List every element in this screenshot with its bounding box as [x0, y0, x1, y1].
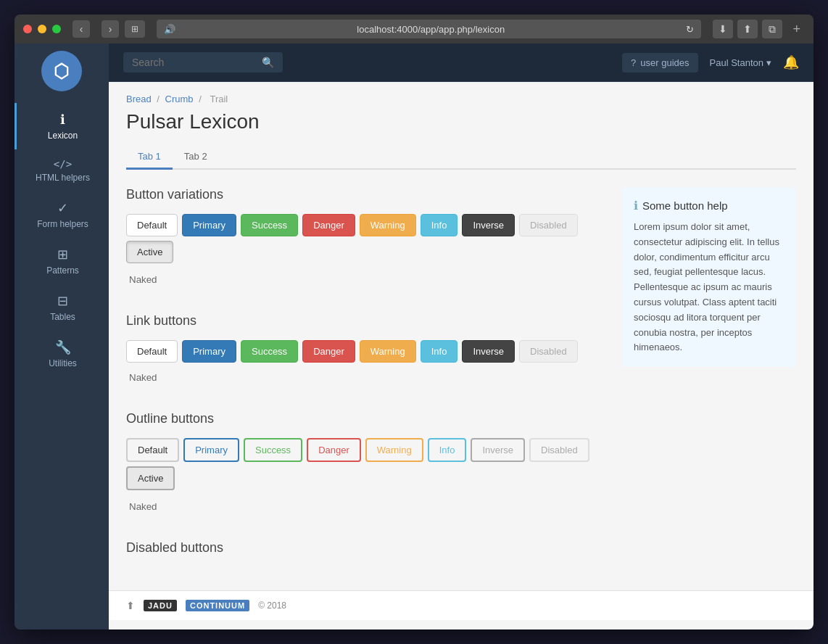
footer-logo-continuum: CONTINUUM — [186, 600, 249, 611]
outline-btn-inverse[interactable]: Inverse — [471, 438, 525, 462]
btn-danger[interactable]: Danger — [302, 214, 355, 236]
outline-btn-warning[interactable]: Warning — [365, 438, 423, 462]
user-name[interactable]: Paul Stanton ▾ — [710, 57, 771, 68]
footer-copyright: © 2018 — [258, 600, 286, 611]
button-variations-group: Default Primary Success Danger Warning I… — [126, 214, 605, 263]
refresh-icon[interactable]: ↻ — [686, 24, 694, 35]
sidebar-item-patterns[interactable]: ⊞ Patterns — [15, 238, 109, 284]
app-body: ℹ Lexicon </> HTML helpers ✓ Form helper… — [15, 44, 813, 629]
btn-warning[interactable]: Warning — [360, 214, 416, 236]
sidebar-item-tables[interactable]: ⊟ Tables — [15, 284, 109, 331]
link-buttons-group: Default Primary Success Danger Warning I… — [126, 340, 605, 388]
sidebar: ℹ Lexicon </> HTML helpers ✓ Form helper… — [15, 44, 109, 629]
top-bar: 🔍 ? user guides Paul Stanton ▾ 🔔 — [109, 44, 813, 82]
sidebar-item-label: HTML helpers — [36, 173, 90, 183]
scroll-up-icon[interactable]: ⬆ — [126, 600, 135, 611]
btn-naked[interactable]: Naked — [126, 269, 160, 290]
outline-buttons-section: Outline buttons Default Primary Success … — [126, 411, 605, 517]
user-guides-label: user guides — [640, 57, 689, 68]
forward-button[interactable]: › — [102, 20, 119, 38]
sidebar-item-label: Lexicon — [48, 131, 78, 141]
share-icon[interactable]: ⬆ — [737, 20, 758, 38]
sidebar-item-label: Tables — [50, 312, 75, 322]
toolbar-icons: ⬇ ⬆ ⧉ — [713, 20, 782, 38]
address-bar[interactable]: 🔊 localhost:4000/app/app.php/lexicon ↻ — [157, 20, 701, 38]
outline-btn-primary[interactable]: Primary — [183, 438, 239, 462]
chevron-down-icon: ▾ — [766, 57, 771, 68]
tab-2[interactable]: Tab 2 — [173, 145, 219, 170]
help-info-icon: ℹ — [634, 199, 638, 212]
breadcrumb-crumb[interactable]: Crumb — [165, 94, 194, 104]
info-circle-icon: ℹ — [60, 112, 65, 128]
help-title: ℹ Some button help — [634, 199, 784, 212]
btn-inverse[interactable]: Inverse — [462, 214, 515, 236]
app-logo — [41, 51, 82, 91]
link-btn-danger[interactable]: Danger — [302, 340, 355, 363]
sidebar-item-label: Patterns — [46, 265, 79, 276]
btn-info[interactable]: Info — [421, 214, 458, 236]
minimize-window-button[interactable] — [38, 25, 46, 33]
link-buttons-title: Link buttons — [126, 313, 605, 329]
outline-btn-naked[interactable]: Naked — [126, 496, 160, 517]
search-input[interactable] — [132, 57, 256, 68]
page-footer: ⬆ JADU CONTINUUM © 2018 — [109, 590, 813, 620]
sidebar-item-utilities[interactable]: 🔧 Utilities — [15, 331, 109, 377]
code-icon: </> — [54, 158, 72, 170]
btn-success[interactable]: Success — [241, 214, 298, 236]
wrench-icon: 🔧 — [55, 339, 71, 355]
outline-btn-default[interactable]: Default — [126, 438, 179, 462]
link-btn-warning[interactable]: Warning — [360, 340, 416, 363]
sidebar-item-lexicon[interactable]: ℹ Lexicon — [15, 103, 109, 149]
btn-default[interactable]: Default — [126, 214, 178, 236]
search-box[interactable]: 🔍 — [123, 52, 283, 73]
link-btn-default[interactable]: Default — [126, 340, 178, 363]
logo-icon — [51, 61, 72, 81]
user-guides-button[interactable]: ? user guides — [622, 53, 697, 73]
tab-1[interactable]: Tab 1 — [126, 145, 173, 170]
main-sections: Button variations Default Primary Succes… — [126, 187, 605, 579]
breadcrumb-trail: Trail — [210, 94, 228, 104]
outline-btn-info[interactable]: Info — [428, 438, 467, 462]
content-with-aside: Button variations Default Primary Succes… — [126, 187, 796, 579]
link-btn-primary[interactable]: Primary — [182, 340, 236, 363]
link-buttons-section: Link buttons Default Primary Success Dan… — [126, 313, 605, 388]
disabled-buttons-section: Disabled buttons — [126, 540, 605, 556]
btn-disabled: Disabled — [519, 214, 578, 236]
link-btn-naked[interactable]: Naked — [126, 367, 160, 388]
btn-primary[interactable]: Primary — [182, 214, 236, 236]
sidebar-item-label: Utilities — [49, 358, 77, 368]
main-content: 🔍 ? user guides Paul Stanton ▾ 🔔 — [109, 44, 813, 629]
add-tab-button[interactable]: + — [788, 22, 805, 37]
grid-icon: ⊞ — [57, 247, 68, 263]
checkmark-icon: ✓ — [57, 200, 68, 216]
page-title: Pulsar Lexicon — [126, 110, 796, 133]
breadcrumb-bread[interactable]: Bread — [126, 94, 152, 104]
new-tab-icon[interactable]: ⧉ — [762, 20, 782, 38]
sidebar-item-form-helpers[interactable]: ✓ Form helpers — [15, 191, 109, 238]
sidebar-item-label: Form helpers — [37, 219, 88, 229]
notification-bell-icon[interactable]: 🔔 — [783, 54, 799, 70]
link-btn-inverse[interactable]: Inverse — [462, 340, 515, 363]
tab-bar: Tab 1 Tab 2 — [126, 145, 796, 170]
audio-icon: 🔊 — [164, 24, 175, 35]
outline-btn-active[interactable]: Active — [126, 466, 175, 490]
outline-buttons-title: Outline buttons — [126, 411, 605, 426]
sidebar-item-html-helpers[interactable]: </> HTML helpers — [15, 149, 109, 191]
button-variations-title: Button variations — [126, 187, 605, 202]
disabled-buttons-title: Disabled buttons — [126, 540, 605, 556]
question-icon: ? — [631, 57, 636, 68]
outline-buttons-group: Default Primary Success Danger Warning I… — [126, 438, 605, 490]
link-btn-info[interactable]: Info — [421, 340, 458, 363]
layout-toggle-button[interactable]: ⊞ — [125, 20, 145, 38]
btn-active[interactable]: Active — [126, 241, 173, 263]
outline-btn-danger[interactable]: Danger — [307, 438, 361, 462]
link-btn-success[interactable]: Success — [241, 340, 298, 363]
back-button[interactable]: ‹ — [73, 20, 90, 38]
download-icon[interactable]: ⬇ — [713, 20, 733, 38]
close-window-button[interactable] — [23, 25, 32, 33]
maximize-window-button[interactable] — [52, 25, 61, 33]
link-btn-disabled: Disabled — [519, 340, 578, 363]
title-bar: ‹ › ⊞ 🔊 localhost:4000/app/app.php/lexic… — [15, 15, 813, 44]
outline-btn-success[interactable]: Success — [244, 438, 302, 462]
help-text: Lorem ipsum dolor sit amet, consectetur … — [634, 220, 784, 355]
